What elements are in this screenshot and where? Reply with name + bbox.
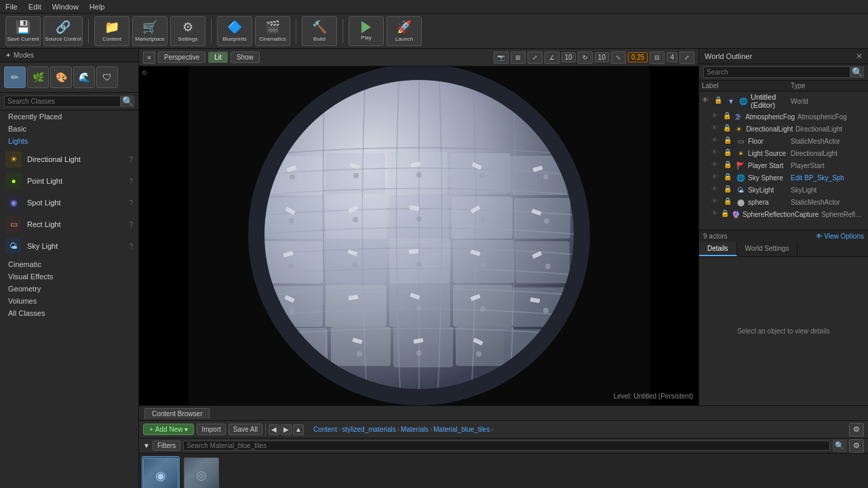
vp-restore-icon[interactable]: ⤢ (679, 52, 694, 64)
lock-icon-light-source[interactable]: 🔒 (724, 148, 733, 158)
vp-angle-icon[interactable]: ∠ (545, 52, 559, 64)
lock-icon-sky-sphere[interactable]: 🔒 (724, 173, 733, 182)
content-item-blue-tiles-inst[interactable]: ◎ M_blue_tiles _inst (182, 456, 220, 488)
outliner-item-atm-fog[interactable]: 👁 🔒 🌫 AtmosphericFog AtmosphericFog (699, 110, 868, 123)
outliner-search-button[interactable]: 🔍 (850, 66, 864, 78)
lock-icon-sphera[interactable]: 🔒 (724, 197, 733, 207)
vp-grid-size[interactable]: 10 (561, 52, 576, 62)
blueprints-button[interactable]: 🔷 Blueprints (217, 16, 252, 46)
outliner-close-btn[interactable]: ✕ (856, 52, 863, 61)
vp-scale-val[interactable]: 0.25 (628, 52, 648, 62)
search-classes-button[interactable]: 🔍 (121, 96, 134, 107)
content-browser-settings-btn[interactable]: ⚙ (849, 423, 864, 436)
outliner-item-world[interactable]: 👁 🔒 ▼ 🌐 Untitled (Editor) World (699, 92, 868, 110)
filters-button[interactable]: Filters (153, 441, 180, 451)
directional-light-item[interactable]: ☀ Directional Light ? (0, 148, 138, 170)
content-item-blue-tiles-1[interactable]: ◉ M_blue_tiles (142, 456, 180, 488)
tab-details[interactable]: Details (699, 242, 737, 256)
nav-item-basic[interactable]: Basic (0, 123, 138, 135)
sky-light-info[interactable]: ? (129, 243, 133, 250)
eye-icon-atm[interactable]: 👁 (711, 112, 720, 121)
save-current-button[interactable]: 💾 Save Current (5, 16, 41, 46)
settings-button[interactable]: ⚙ Settings (170, 16, 205, 46)
content-search-button[interactable]: 🔍 (833, 440, 846, 452)
lock-icon-sky-light[interactable]: 🔒 (724, 185, 733, 195)
point-light-info[interactable]: ? (129, 178, 133, 185)
eye-icon-sphera[interactable]: 👁 (711, 197, 721, 207)
outliner-sky-sphere-type[interactable]: Edit BP_Sky_Sph (791, 174, 865, 182)
nav-item-visual-effects[interactable]: Visual Effects (0, 270, 138, 283)
source-control-button[interactable]: 🔗 Source Control (43, 16, 83, 46)
lock-icon-world[interactable]: 🔒 (714, 96, 724, 106)
outliner-item-sky-sphere[interactable]: 👁 🔒 🌐 Sky Sphere Edit BP_Sky_Sph (699, 171, 868, 184)
mode-geometry[interactable]: 🛡 (96, 66, 118, 88)
rect-light-info[interactable]: ? (129, 221, 133, 228)
outliner-item-sphere-reflect[interactable]: 👁 🔒 🔮 SphereReflectionCapture SphereRefl… (699, 208, 868, 220)
lock-icon-dir[interactable]: 🔒 (723, 124, 732, 134)
cinematics-button[interactable]: 🎬 Cinematics (255, 16, 290, 46)
marketplace-button[interactable]: 🛒 Marketplace (132, 16, 167, 46)
breadcrumb-forward-btn[interactable]: ▶ (281, 424, 292, 435)
add-new-button[interactable]: + Add New ▾ (143, 424, 194, 435)
eye-icon-dir[interactable]: 👁 (711, 124, 720, 134)
directional-light-info[interactable]: ? (129, 156, 133, 163)
mode-paint[interactable]: 🌿 (27, 66, 49, 88)
content-browser-tab[interactable]: Content Browser (144, 408, 210, 419)
vp-max-icon[interactable]: ⊟ (650, 52, 665, 64)
nav-item-cinematic[interactable]: Cinematic (0, 258, 138, 270)
content-search-input[interactable] (183, 441, 830, 451)
lock-icon-floor[interactable]: 🔒 (724, 136, 733, 146)
outliner-item-light-source[interactable]: 👁 🔒 ☀ Light Source DirectionalLight (699, 147, 868, 159)
lock-icon-atm[interactable]: 🔒 (723, 112, 732, 121)
search-classes-input[interactable] (4, 96, 121, 107)
save-all-button[interactable]: Save All (229, 424, 262, 435)
lit-btn[interactable]: Lit (208, 52, 228, 63)
spot-light-info[interactable]: ? (129, 199, 133, 207)
nav-item-geometry[interactable]: Geometry (0, 283, 138, 295)
lock-icon-reflect[interactable]: 🔒 (721, 209, 729, 219)
vp-scale-icon[interactable]: ⤡ (611, 52, 626, 64)
lock-icon-player[interactable]: 🔒 (724, 161, 733, 170)
vp-menu-btn[interactable]: ≡ (143, 52, 155, 64)
outliner-item-sphera[interactable]: 👁 🔒 ⬤ sphera StaticMeshActor (699, 196, 868, 208)
spot-light-item[interactable]: ◉ Spot Light ? (0, 192, 138, 214)
nav-item-all-classes[interactable]: All Classes (0, 307, 138, 319)
nav-item-lights[interactable]: Lights (0, 135, 138, 147)
eye-icon-sky-light[interactable]: 👁 (711, 185, 721, 195)
menu-help[interactable]: Help (90, 3, 105, 11)
vp-max-val[interactable]: 4 (667, 52, 677, 62)
import-button[interactable]: Import (197, 424, 225, 435)
vp-grid-icon[interactable]: ⊞ (511, 52, 526, 64)
eye-icon-reflect[interactable]: 👁 (711, 209, 718, 219)
vp-rotate-icon[interactable]: ↻ (578, 52, 593, 64)
content-button[interactable]: 📁 Content (94, 16, 130, 46)
outliner-item-player-start[interactable]: 👁 🔒 🚩 Player Start PlayerStart (699, 159, 868, 171)
outliner-search-input[interactable] (703, 66, 850, 78)
breadcrumb-up-btn[interactable]: ▲ (293, 424, 304, 435)
eye-icon-world[interactable]: 👁 (702, 96, 711, 106)
outliner-item-floor[interactable]: 👁 🔒 ▭ Floor StaticMeshActor (699, 135, 868, 147)
nav-item-recently-placed[interactable]: Recently Placed (0, 110, 138, 123)
outliner-view-options-btn[interactable]: 👁 View Options (816, 232, 864, 240)
mode-foliage[interactable]: 🌊 (73, 66, 95, 88)
show-btn[interactable]: Show (231, 52, 260, 63)
nav-item-volumes[interactable]: Volumes (0, 295, 138, 307)
breadcrumb-blue-tiles[interactable]: Material_blue_tiles (433, 426, 490, 433)
menu-window[interactable]: Window (52, 3, 79, 11)
outliner-item-dir-light[interactable]: 👁 🔒 ☀ DirectionalLight DirectionalLight (699, 123, 868, 135)
eye-icon-player[interactable]: 👁 (711, 161, 721, 170)
mode-landscape[interactable]: 🎨 (50, 66, 72, 88)
breadcrumb-stylized[interactable]: stylized_materials (342, 426, 395, 433)
menu-edit[interactable]: Edit (28, 3, 41, 11)
perspective-btn[interactable]: Perspective (158, 52, 205, 63)
breadcrumb-content[interactable]: Content (313, 426, 337, 433)
launch-button[interactable]: 🚀 Launch (387, 16, 422, 46)
vp-rotate-val[interactable]: 10 (595, 52, 609, 62)
vp-snap-icon[interactable]: ⤢ (528, 52, 542, 64)
breadcrumb-back-btn[interactable]: ◀ (269, 424, 279, 435)
build-button[interactable]: 🔨 Build (302, 16, 337, 46)
eye-icon-floor[interactable]: 👁 (711, 136, 721, 146)
eye-icon-sky-sphere[interactable]: 👁 (711, 173, 721, 182)
viewport-canvas[interactable]: ⊙ Level: Untitled (Persistent) (139, 66, 698, 405)
outliner-item-sky-light[interactable]: 👁 🔒 🌤 SkyLight SkyLight (699, 184, 868, 196)
